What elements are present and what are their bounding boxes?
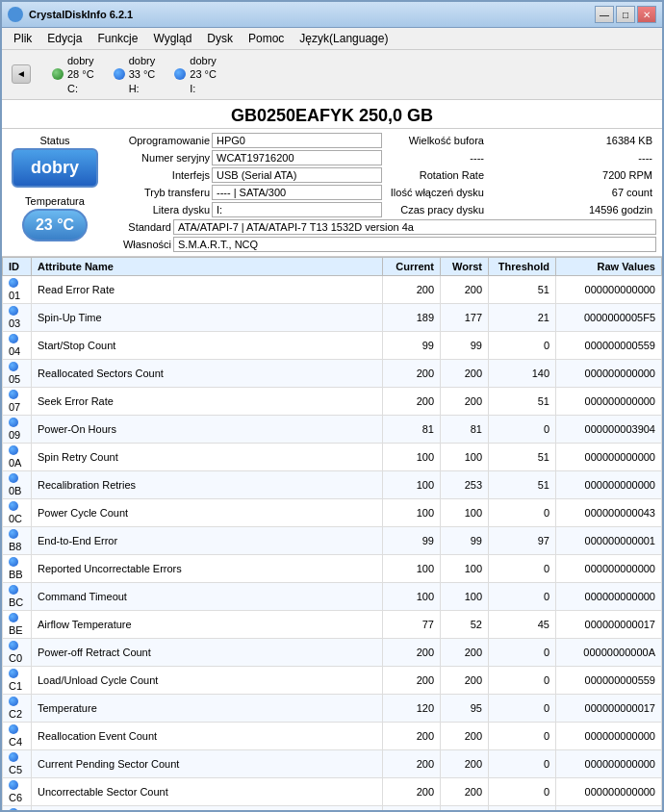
cell-id-19: C7 <box>3 805 32 810</box>
letter-input[interactable] <box>212 202 382 217</box>
cell-threshold-12: 45 <box>489 610 556 638</box>
cell-id-15: C2 <box>3 694 32 722</box>
table-row: 0ASpin Retry Count10010051000000000000 <box>3 443 662 470</box>
row-icon-12 <box>9 613 18 622</box>
menu-wyglad[interactable]: Wygląd <box>145 30 199 47</box>
drive-title: GB0250EAFYK 250,0 GB <box>231 106 433 125</box>
cell-current-0: 200 <box>383 275 441 303</box>
firmware-label: Oprogramowanie <box>114 135 210 146</box>
menu-dysk[interactable]: Dysk <box>199 30 241 47</box>
row-icon-11 <box>9 585 18 595</box>
cell-threshold-18: 0 <box>489 777 556 805</box>
cell-raw-18: 000000000000 <box>556 777 662 805</box>
row-icon-18 <box>9 780 18 790</box>
cell-id-6: 0A <box>3 443 32 470</box>
minimize-button[interactable]: — <box>595 6 614 23</box>
serial-input[interactable] <box>212 150 382 165</box>
standard-input[interactable] <box>173 219 656 235</box>
cell-raw-14: 000000000559 <box>556 666 662 694</box>
cell-name-6: Spin Retry Count <box>32 443 383 470</box>
disk-indicator-2[interactable]: dobry 23 °C I: <box>174 54 217 95</box>
menu-pomoc[interactable]: Pomoc <box>241 30 292 47</box>
maximize-button[interactable]: □ <box>616 6 635 23</box>
cell-raw-13: 00000000000A <box>556 638 662 666</box>
disk-label-1: H: <box>129 82 156 95</box>
table-row: 09Power-On Hours81810000000003904 <box>3 415 662 443</box>
cell-current-4: 200 <box>383 387 441 415</box>
row-icon-17 <box>9 752 18 762</box>
cell-current-6: 100 <box>383 443 441 470</box>
title-bar-left: CrystalDiskInfo 6.2.1 <box>8 7 133 22</box>
cell-id-0: 01 <box>3 275 32 303</box>
cell-current-1: 189 <box>383 303 441 331</box>
cell-name-8: Power Cycle Count <box>32 498 383 526</box>
disk-dot-1 <box>114 68 125 80</box>
serial-label: Numer seryjny <box>114 152 210 164</box>
cell-id-12: BE <box>3 610 32 638</box>
cell-current-12: 77 <box>383 610 441 638</box>
cell-raw-4: 000000000000 <box>556 387 662 415</box>
close-button[interactable]: ✕ <box>637 6 656 23</box>
cell-name-18: Uncorrectable Sector Count <box>32 777 383 805</box>
cell-worst-17: 200 <box>441 749 489 777</box>
cell-name-1: Spin-Up Time <box>32 303 383 331</box>
col-header-name: Attribute Name <box>32 257 383 275</box>
cell-id-1: 03 <box>3 303 32 331</box>
cell-worst-14: 200 <box>441 666 489 694</box>
cell-name-13: Power-off Retract Count <box>32 638 383 666</box>
interface-input[interactable] <box>212 167 382 183</box>
cell-raw-2: 000000000559 <box>556 331 662 359</box>
disk-temp-0: 28 °C <box>67 67 94 81</box>
temp-value: 23 °C <box>22 209 88 241</box>
row-icon-19 <box>9 808 18 810</box>
cell-current-17: 200 <box>383 749 441 777</box>
cell-worst-5: 81 <box>441 415 489 443</box>
table-row: BBReported Uncorrectable Errors100100000… <box>3 554 662 582</box>
letter-label: Litera dysku <box>114 204 210 216</box>
cell-id-8: 0C <box>3 498 32 526</box>
cell-threshold-9: 97 <box>489 526 556 554</box>
menu-plik[interactable]: Plik <box>6 30 39 47</box>
cell-raw-6: 000000000000 <box>556 443 662 470</box>
transfer-input[interactable] <box>212 185 382 200</box>
cell-name-14: Load/Unload Cycle Count <box>32 666 383 694</box>
cell-raw-11: 000000000000 <box>556 582 662 610</box>
smart-table-body: 01Read Error Rate2002005100000000000003S… <box>3 275 662 810</box>
cell-name-4: Seek Error Rate <box>32 387 383 415</box>
menu-jezyk[interactable]: Język(Language) <box>292 30 396 47</box>
cell-threshold-7: 51 <box>489 470 556 498</box>
cell-current-19: 200 <box>383 805 441 810</box>
table-header-row: ID Attribute Name Current Worst Threshol… <box>3 257 662 275</box>
disk-indicator-0[interactable]: dobry 28 °C C: <box>52 54 94 95</box>
cell-raw-3: 000000000000 <box>556 359 662 387</box>
prev-disk-button[interactable]: ◄ <box>12 64 31 84</box>
cell-threshold-14: 0 <box>489 666 556 694</box>
cell-id-17: C5 <box>3 749 32 777</box>
table-row: C1Load/Unload Cycle Count200200000000000… <box>3 666 662 694</box>
cell-name-11: Command Timeout <box>32 582 383 610</box>
disk-dot-2 <box>174 68 186 80</box>
firmware-input[interactable] <box>212 133 382 148</box>
disk-indicator-1[interactable]: dobry 33 °C H: <box>114 54 156 95</box>
menu-edycja[interactable]: Edycja <box>39 30 89 47</box>
cell-worst-19: 200 <box>441 805 489 810</box>
left-panel: Status dobry Temperatura 23 °C <box>2 129 108 256</box>
table-row: 0BRecalibration Retries10025351000000000… <box>3 470 662 498</box>
cell-threshold-5: 0 <box>489 415 556 443</box>
table-row: C7UltraDMA CRC Error Count20020000000000… <box>3 805 662 810</box>
row-icon-8 <box>9 501 18 511</box>
cell-current-2: 99 <box>383 331 441 359</box>
cell-id-4: 07 <box>3 387 32 415</box>
properties-input[interactable] <box>173 237 656 252</box>
cell-name-15: Temperature <box>32 694 383 722</box>
table-row: C4Reallocation Event Count20020000000000… <box>3 722 662 749</box>
table-row: 07Seek Error Rate20020051000000000000 <box>3 387 662 415</box>
cell-name-10: Reported Uncorrectable Errors <box>32 554 383 582</box>
menu-funkcje[interactable]: Funkcje <box>89 30 145 47</box>
main-info: Oprogramowanie Wielkość bufora 16384 KB … <box>108 129 662 256</box>
rotation-value: 7200 RPM <box>486 169 656 181</box>
menu-bar: Plik Edycja Funkcje Wygląd Dysk Pomoc Ję… <box>2 28 662 50</box>
cell-current-3: 200 <box>383 359 441 387</box>
table-row: C5Current Pending Sector Count2002000000… <box>3 749 662 777</box>
cell-name-3: Reallocated Sectors Count <box>32 359 383 387</box>
